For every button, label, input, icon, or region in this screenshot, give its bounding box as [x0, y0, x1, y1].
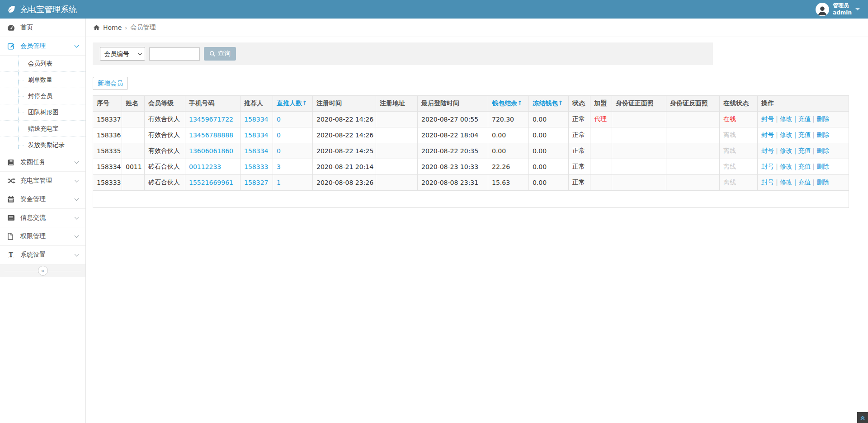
op-delete-link[interactable]: 删除: [816, 115, 829, 122]
sidebar-subitem-banned-members[interactable]: 封停会员: [0, 88, 85, 104]
add-member-button[interactable]: 新增会员: [93, 77, 128, 90]
op-separator: |: [776, 147, 778, 154]
search-input[interactable]: [149, 47, 200, 61]
op-ban-link[interactable]: 封号: [761, 147, 774, 154]
user-info: 管理员 admin: [833, 2, 852, 16]
cell-link-direct[interactable]: 3: [277, 163, 281, 170]
cell-seq: 158336: [93, 127, 122, 143]
cell-id_front: [612, 175, 666, 191]
cell-link-phone[interactable]: 13606061860: [189, 147, 233, 155]
op-ban-link[interactable]: 封号: [761, 131, 774, 138]
op-recharge-link[interactable]: 充值: [798, 131, 811, 138]
sidebar-item-funds-mgmt[interactable]: 资金管理: [0, 190, 85, 209]
scroll-to-top-button[interactable]: [857, 412, 868, 423]
op-recharge-link[interactable]: 充值: [798, 179, 811, 186]
op-ban-link[interactable]: 封号: [761, 163, 774, 170]
op-delete-link[interactable]: 删除: [816, 147, 829, 154]
cell-link-phone[interactable]: 13459671722: [189, 116, 233, 123]
op-delete-link[interactable]: 删除: [816, 163, 829, 170]
sidebar-item-settings[interactable]: T 系统设置: [0, 246, 85, 264]
table-row: 158333砖石合伙人1552166996115832712020-08-08 …: [93, 175, 849, 191]
sidebar-item-label: 系统设置: [20, 251, 46, 259]
op-edit-link[interactable]: 修改: [780, 147, 793, 154]
cell-wallet: 0.00: [488, 143, 529, 159]
cell-direct: 0: [273, 127, 313, 143]
cell-link-referrer[interactable]: 158334: [244, 147, 268, 155]
op-edit-link[interactable]: 修改: [780, 115, 793, 122]
sidebar-subitem-order-count[interactable]: 刷单数量: [0, 72, 85, 88]
cell-seq: 158334: [93, 159, 122, 175]
search-button[interactable]: 查询: [204, 47, 236, 61]
op-separator: |: [812, 131, 815, 138]
sidebar-item-member-mgmt[interactable]: 会员管理: [0, 37, 85, 56]
table-row: 158335有效合伙人1360606186015833402020-08-22 …: [93, 143, 849, 159]
cell-online: 离线: [720, 143, 758, 159]
sidebar-collapse-button[interactable]: «: [38, 266, 48, 276]
sidebar-subitem-reward-records[interactable]: 发放奖励记录: [0, 137, 85, 153]
column-header-id_back: 身份证反面照: [666, 96, 720, 112]
cell-link-phone[interactable]: 13456788888: [189, 132, 233, 139]
cell-link-referrer[interactable]: 158327: [244, 179, 268, 186]
table-empty-row: [93, 191, 849, 208]
op-edit-link[interactable]: 修改: [780, 131, 793, 138]
op-ban-link[interactable]: 封号: [761, 115, 774, 122]
cell-link-direct[interactable]: 0: [277, 147, 281, 155]
cell-name: [122, 112, 145, 127]
column-header-phone: 手机号码: [185, 96, 241, 112]
sidebar-item-tasks[interactable]: 发圈任务: [0, 153, 85, 172]
user-role: 管理员: [833, 2, 849, 9]
search-field-select[interactable]: 会员编号: [100, 47, 145, 61]
sidebar-item-label: 充电宝管理: [20, 177, 52, 185]
cell-level: 有效合伙人: [145, 112, 185, 127]
sidebar-subitem-gift-powerbank[interactable]: 赠送充电宝: [0, 121, 85, 137]
column-header-wallet[interactable]: 钱包结余↑: [488, 96, 529, 112]
cell-reg_addr: [376, 159, 418, 175]
sidebar: 首页 会员管理 会员列表 刷单数量 封停会员 团队树形图 赠送充电宝 发放奖励记…: [0, 19, 86, 423]
sidebar-item-label: 会员管理: [20, 42, 46, 50]
column-header-direct[interactable]: 直推人数↑: [273, 96, 313, 112]
home-icon: [93, 24, 100, 31]
sidebar-subitem-member-list[interactable]: 会员列表: [0, 56, 85, 72]
breadcrumb-separator: ›: [125, 24, 127, 31]
cell-seq: 158333: [93, 175, 122, 191]
cell-link-referrer[interactable]: 158334: [244, 132, 268, 139]
cell-link-direct[interactable]: 0: [277, 132, 281, 139]
cell-link-direct[interactable]: 1: [277, 179, 281, 186]
column-header-frozen[interactable]: 冻结钱包↑: [529, 96, 569, 112]
op-recharge-link[interactable]: 充值: [798, 147, 811, 154]
op-recharge-link[interactable]: 充值: [798, 115, 811, 122]
cell-link-direct[interactable]: 0: [277, 116, 281, 123]
user-menu-toggle[interactable]: 管理员 admin: [812, 1, 863, 17]
op-ban-link[interactable]: 封号: [761, 179, 774, 186]
op-delete-link[interactable]: 删除: [816, 179, 829, 186]
member-mgmt-submenu: 会员列表 刷单数量 封停会员 团队树形图 赠送充电宝 发放奖励记录: [0, 56, 85, 153]
table-row: 158336有效合伙人1345678888815833402020-08-22 …: [93, 127, 849, 143]
cell-ops: 封号|修改|充值|删除: [758, 127, 849, 143]
main-content: Home › 会员管理 会员编号 查询 新: [86, 19, 868, 423]
column-header-seq: 序号: [93, 96, 122, 112]
cell-id_back: [666, 175, 720, 191]
cell-wallet: 22.26: [488, 159, 529, 175]
op-edit-link[interactable]: 修改: [780, 163, 793, 170]
sidebar-item-permissions[interactable]: 权限管理: [0, 227, 85, 246]
breadcrumb-home-link[interactable]: Home: [103, 24, 122, 31]
cell-link-referrer[interactable]: 158334: [244, 116, 268, 123]
column-header-franchise: 加盟: [590, 96, 612, 112]
cell-link-phone[interactable]: 00112233: [189, 163, 221, 170]
op-edit-link[interactable]: 修改: [780, 179, 793, 186]
sidebar-subitem-team-tree[interactable]: 团队树形图: [0, 104, 85, 121]
cell-last_login: 2020-08-23 10:33: [418, 159, 488, 175]
op-delete-link[interactable]: 删除: [816, 131, 829, 138]
cell-reg_time: 2020-08-08 23:26: [313, 175, 376, 191]
sidebar-item-messages[interactable]: 信息交流: [0, 209, 85, 227]
cell-id_front: [612, 127, 666, 143]
sidebar-item-powerbank-mgmt[interactable]: 充电宝管理: [0, 172, 85, 190]
cell-online: 离线: [720, 159, 758, 175]
sidebar-item-home[interactable]: 首页: [0, 19, 85, 37]
shuffle-icon: [7, 177, 15, 184]
op-recharge-link[interactable]: 充值: [798, 163, 811, 170]
cell-link-referrer[interactable]: 158333: [244, 163, 268, 170]
cell-link-phone[interactable]: 15521669961: [189, 179, 233, 186]
cell-ops: 封号|修改|充值|删除: [758, 159, 849, 175]
column-header-ops: 操作: [758, 96, 849, 112]
